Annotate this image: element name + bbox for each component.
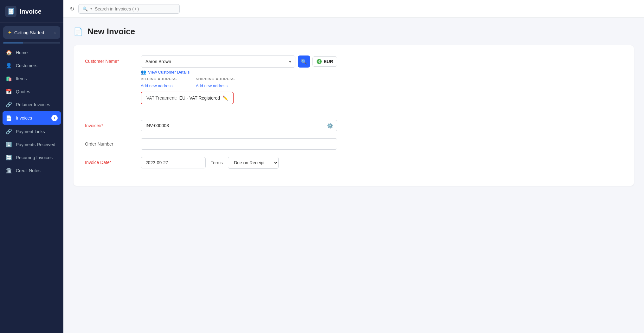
sidebar: 🧾 Invoice ✦ Getting Started › 🏠 Home 👤 C…	[0, 0, 63, 333]
getting-started-label: Getting Started	[14, 30, 44, 35]
sidebar-item-label: Invoices	[16, 115, 32, 121]
items-icon: 🛍️	[6, 75, 12, 82]
new-invoice-form: Customer Name* Aaron Brown ▾ 🔍	[74, 45, 634, 186]
sidebar-item-label: Payments Received	[16, 142, 55, 147]
sidebar-item-label: Credit Notes	[16, 168, 41, 173]
main-content: ↻ 🔍 ▾ 📄 New Invoice Customer Name*	[63, 0, 644, 333]
customer-search-button[interactable]: 🔍	[298, 55, 310, 68]
invoice-number-wrapper: ⚙️	[141, 120, 337, 131]
sidebar-item-payments-received[interactable]: ⬇️ Payments Received	[0, 138, 63, 151]
page-title-icon: 📄	[74, 27, 83, 36]
page-title: New Invoice	[87, 27, 135, 36]
search-bar: 🔍 ▾	[78, 4, 180, 14]
sidebar-item-label: Retainer Invoices	[16, 102, 50, 107]
address-row: BILLING ADDRESS Add new address SHIPPING…	[141, 77, 337, 88]
getting-started-button[interactable]: ✦ Getting Started ›	[3, 26, 60, 39]
content-area: 📄 New Invoice Customer Name* Aaron Brown…	[63, 18, 644, 333]
search-dropdown-icon[interactable]: ▾	[90, 7, 92, 11]
customer-name-label: Customer Name*	[85, 55, 136, 64]
vat-treatment-prefix: VAT Treatment:	[146, 95, 177, 101]
order-number-input[interactable]	[141, 138, 337, 150]
add-invoice-badge[interactable]: +	[51, 115, 58, 121]
search-icon: 🔍	[82, 6, 88, 11]
payments-received-icon: ⬇️	[6, 141, 12, 147]
currency-selector[interactable]: € EUR	[312, 56, 337, 67]
section-divider	[85, 112, 622, 112]
sidebar-item-quotes[interactable]: 📅 Quotes	[0, 85, 63, 98]
invoice-date-control	[141, 157, 206, 168]
customer-name-select[interactable]: Aaron Brown	[141, 56, 285, 67]
sidebar-item-label: Customers	[16, 63, 37, 68]
home-icon: 🏠	[6, 49, 12, 55]
search-input[interactable]	[95, 6, 158, 11]
app-title: Invoice	[20, 8, 42, 15]
invoice-settings-icon[interactable]: ⚙️	[327, 123, 333, 129]
sidebar-item-home[interactable]: 🏠 Home	[0, 46, 63, 59]
sidebar-item-label: Home	[16, 50, 28, 55]
invoice-date-input[interactable]	[141, 157, 206, 168]
invoice-number-row: Invoice#* ⚙️	[85, 120, 622, 131]
view-customer-details-link[interactable]: 👥 View Customer Details	[141, 69, 337, 75]
vat-edit-icon[interactable]: ✏️	[222, 95, 228, 101]
vat-treatment-value: EU - VAT Registered	[179, 95, 220, 101]
currency-dot: €	[317, 59, 322, 64]
getting-started-progress-bar	[3, 42, 60, 43]
progress-fill	[3, 42, 23, 43]
sidebar-item-payment-links[interactable]: 🔗 Payment Links	[0, 125, 63, 138]
logo-icon: 🧾	[5, 6, 16, 17]
invoice-date-row: Invoice Date* Terms Due on Receipt Net 1…	[85, 157, 622, 169]
topbar: ↻ 🔍 ▾	[63, 0, 644, 18]
order-number-row: Order Number	[85, 138, 622, 150]
customer-select-row: Aaron Brown ▾ 🔍 € EUR	[141, 55, 337, 68]
retainer-icon: 🔗	[6, 101, 12, 108]
sidebar-item-customers[interactable]: 👤 Customers	[0, 59, 63, 72]
terms-select[interactable]: Due on Receipt Net 15 Net 30 Net 45 Net …	[228, 157, 279, 169]
search-icon: 🔍	[301, 59, 307, 65]
sidebar-item-items[interactable]: 🛍️ Items	[0, 72, 63, 85]
view-customer-label: View Customer Details	[148, 70, 190, 75]
billing-address-label: BILLING ADDRESS	[141, 77, 177, 81]
sidebar-item-invoices[interactable]: 📄 Invoices +	[3, 111, 61, 125]
payment-links-icon: 🔗	[6, 128, 12, 134]
refresh-button[interactable]: ↻	[70, 5, 74, 12]
order-number-control	[141, 138, 337, 150]
sidebar-item-credit-notes[interactable]: 🏛️ Credit Notes	[0, 164, 63, 177]
star-icon: ✦	[8, 29, 12, 36]
order-number-label: Order Number	[85, 138, 136, 147]
date-terms-row: Terms Due on Receipt Net 15 Net 30 Net 4…	[141, 157, 279, 169]
invoice-number-control: ⚙️	[141, 120, 337, 131]
sidebar-item-retainer-invoices[interactable]: 🔗 Retainer Invoices	[0, 98, 63, 111]
customers-icon: 👤	[6, 62, 12, 69]
add-billing-address-link[interactable]: Add new address	[141, 83, 172, 88]
quotes-icon: 📅	[6, 88, 12, 95]
shipping-address-col: SHIPPING ADDRESS Add new address	[196, 77, 235, 88]
invoice-date-label: Invoice Date*	[85, 157, 136, 165]
sidebar-nav: 🏠 Home 👤 Customers 🛍️ Items 📅 Quotes 🔗 R…	[0, 45, 63, 333]
sidebar-item-label: Recurring Invoices	[16, 155, 53, 160]
sidebar-logo: 🧾 Invoice	[0, 0, 63, 23]
sidebar-item-label: Quotes	[16, 89, 30, 94]
chevron-right-icon: ›	[54, 30, 56, 35]
invoice-number-input[interactable]	[141, 120, 337, 131]
terms-label: Terms	[211, 160, 223, 165]
shipping-address-label: SHIPPING ADDRESS	[196, 77, 235, 81]
sidebar-item-label: Payment Links	[16, 129, 45, 134]
customer-select-wrapper[interactable]: Aaron Brown ▾	[141, 55, 295, 68]
customer-name-row: Customer Name* Aaron Brown ▾ 🔍	[85, 55, 622, 104]
invoices-icon: 📄	[6, 115, 12, 121]
credit-notes-icon: 🏛️	[6, 167, 12, 173]
currency-label: EUR	[324, 59, 333, 64]
billing-address-col: BILLING ADDRESS Add new address	[141, 77, 177, 88]
sidebar-item-recurring-invoices[interactable]: 🔄 Recurring Invoices	[0, 151, 63, 164]
sidebar-item-label: Items	[16, 76, 27, 81]
recurring-icon: 🔄	[6, 154, 12, 160]
view-customer-icon: 👥	[141, 69, 146, 75]
vat-treatment-box: VAT Treatment: EU - VAT Registered ✏️	[141, 92, 234, 104]
invoice-number-label: Invoice#*	[85, 120, 136, 128]
add-shipping-address-link[interactable]: Add new address	[196, 83, 228, 88]
page-title-row: 📄 New Invoice	[74, 27, 634, 36]
customer-name-control: Aaron Brown ▾ 🔍 € EUR	[141, 55, 337, 104]
chevron-down-icon: ▾	[285, 59, 295, 64]
